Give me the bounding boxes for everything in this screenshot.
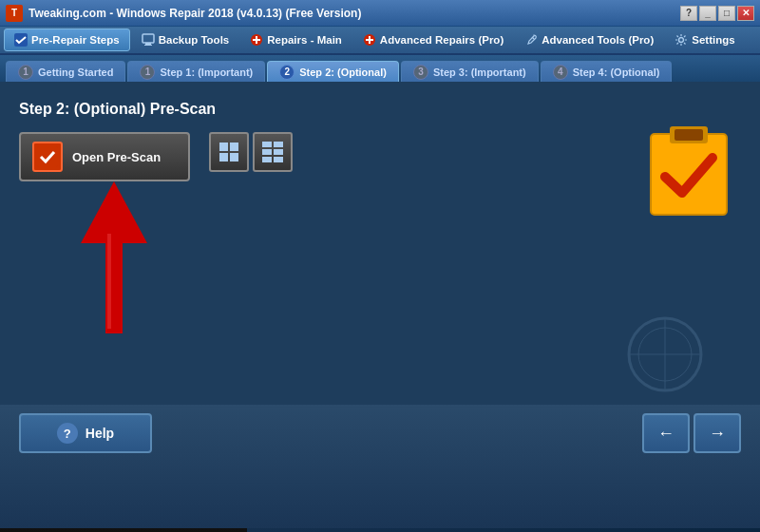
app-icon: T (6, 5, 23, 22)
svg-rect-12 (230, 153, 238, 162)
watermark (627, 316, 703, 395)
svg-rect-8 (37, 146, 58, 167)
main-content: Step 2: (Optional) Pre-Scan Open Pre-Sca… (0, 82, 760, 405)
menu-label-advanced-tools: Advanced Tools (Pro) (542, 34, 654, 46)
title-bar-text: Tweaking.com - Windows Repair 2018 (v4.0… (28, 7, 680, 20)
nav-buttons: ← → (642, 413, 741, 453)
help-circle-icon: ? (57, 423, 78, 444)
tab-label-step4: Step 4: (Optional) (573, 66, 660, 78)
footer: Tweaking .com (0, 528, 760, 532)
wrench-icon (524, 33, 538, 47)
maximize-btn[interactable]: □ (718, 6, 735, 21)
svg-rect-10 (230, 142, 238, 151)
monitor-icon (142, 33, 155, 47)
view-small-icon-btn[interactable] (209, 132, 249, 172)
tab-num-1b: 1 (140, 65, 155, 80)
tab-label-step3: Step 3: (Important) (433, 66, 526, 78)
prescan-check-icon (32, 142, 63, 172)
svg-rect-14 (274, 142, 283, 147)
svg-marker-20 (81, 181, 147, 243)
tab-label-step2: Step 2: (Optional) (299, 66, 387, 78)
menu-pre-repair-steps[interactable]: Pre-Repair Steps (4, 28, 130, 51)
tab-num-2: 2 (279, 65, 294, 80)
tab-step3[interactable]: 3 Step 3: (Important) (401, 61, 539, 82)
window-controls: ? _ □ ✕ (680, 6, 754, 21)
menu-repairs-main[interactable]: Repairs - Main (240, 28, 352, 51)
prescan-btn-label: Open Pre-Scan (72, 150, 161, 164)
tab-step4[interactable]: 4 Step 4: (Optional) (541, 61, 673, 82)
back-button[interactable]: ← (642, 413, 690, 453)
svg-rect-16 (274, 149, 283, 155)
svg-rect-15 (262, 149, 272, 155)
tab-label-getting-started: Getting Started (38, 66, 113, 78)
svg-rect-2 (145, 43, 151, 45)
help-btn-window[interactable]: ? (680, 6, 697, 21)
svg-rect-17 (262, 157, 272, 162)
help-label: Help (86, 426, 114, 441)
tab-step2[interactable]: 2 Step 2: (Optional) (267, 61, 399, 82)
tab-getting-started[interactable]: 1 Getting Started (6, 61, 125, 82)
view-list-icon-btn[interactable] (253, 132, 293, 172)
tab-num-1a: 1 (18, 65, 33, 80)
close-btn[interactable]: ✕ (737, 6, 754, 21)
check-menu-icon (14, 33, 28, 47)
menu-advanced-repairs[interactable]: Advanced Repairs (Pro) (353, 28, 513, 51)
step-title: Step 2: (Optional) Pre-Scan (19, 101, 741, 118)
gear-icon (674, 33, 688, 47)
logo-area: Tweaking .com (0, 528, 247, 532)
plus-icon (250, 33, 263, 47)
menu-label-repairs: Repairs - Main (267, 34, 342, 46)
svg-rect-3 (144, 45, 152, 46)
svg-point-7 (679, 38, 684, 43)
menu-advanced-tools[interactable]: Advanced Tools (Pro) (515, 28, 663, 51)
tab-num-4: 4 (553, 65, 568, 80)
svg-line-6 (532, 37, 534, 39)
menu-settings[interactable]: Settings (665, 28, 744, 51)
tab-bar: 1 Getting Started 1 Step 1: (Important) … (0, 55, 760, 82)
tab-step1[interactable]: 1 Step 1: (Important) (127, 61, 265, 82)
svg-rect-24 (674, 129, 703, 141)
menu-backup-tools[interactable]: Backup Tools (132, 28, 239, 51)
plus2-icon (363, 33, 376, 47)
arrow-indicator (52, 172, 147, 343)
svg-rect-9 (219, 142, 228, 151)
bottom-section: ? Help ← → (0, 405, 760, 528)
svg-rect-18 (274, 157, 283, 162)
forward-button[interactable]: → (694, 413, 741, 453)
clipboard-icon (646, 124, 732, 222)
menu-bar: Pre-Repair Steps Backup Tools Repairs - … (0, 27, 760, 55)
tab-label-step1: Step 1: (Important) (160, 66, 253, 78)
menu-label-backup: Backup Tools (159, 34, 230, 46)
help-button[interactable]: ? Help (19, 413, 152, 453)
menu-label-pre-repair: Pre-Repair Steps (31, 34, 120, 46)
title-bar: T Tweaking.com - Windows Repair 2018 (v4… (0, 0, 760, 27)
svg-rect-1 (142, 34, 154, 43)
help-row: ? Help ← → (0, 405, 760, 462)
tab-num-3: 3 (413, 65, 428, 80)
svg-rect-13 (262, 142, 272, 147)
svg-rect-11 (219, 153, 228, 162)
menu-label-settings: Settings (692, 34, 734, 46)
minimize-btn[interactable]: _ (699, 6, 716, 21)
menu-label-advanced-repairs: Advanced Repairs (Pro) (380, 34, 504, 46)
view-buttons (209, 132, 293, 172)
